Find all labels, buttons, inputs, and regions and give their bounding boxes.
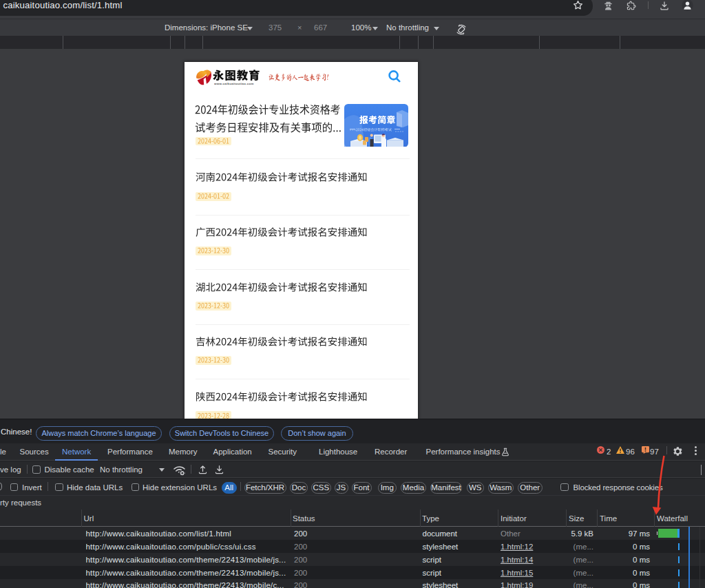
svg-text:www.caikuaitoutiao.com: www.caikuaitoutiao.com xyxy=(214,81,254,85)
